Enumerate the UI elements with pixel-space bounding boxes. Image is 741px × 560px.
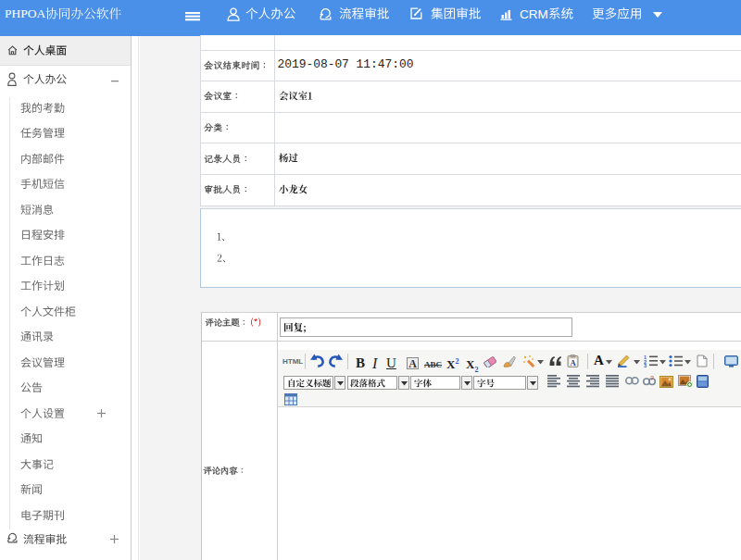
svg-text:?: ? — [650, 375, 654, 381]
svg-text:3: 3 — [644, 363, 647, 367]
svg-text:A: A — [571, 358, 577, 367]
